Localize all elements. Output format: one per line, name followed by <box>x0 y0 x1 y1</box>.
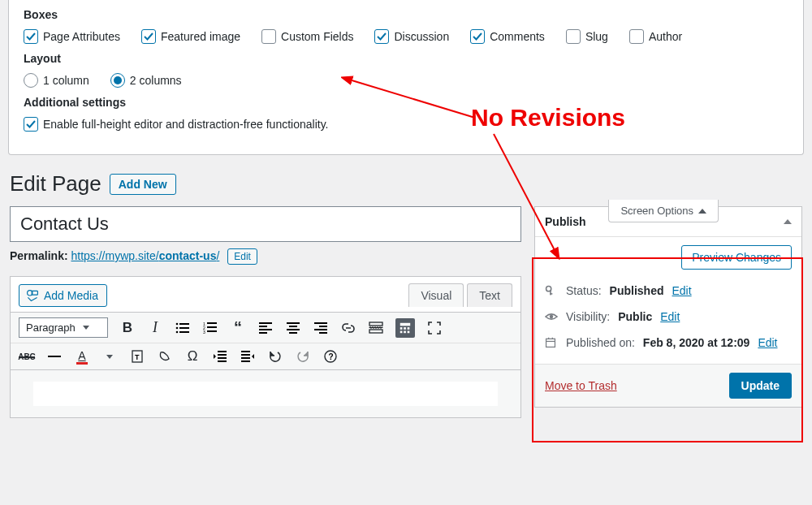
svg-rect-36 <box>48 356 61 357</box>
svg-rect-21 <box>289 332 297 334</box>
svg-text:?: ? <box>329 352 334 361</box>
visibility-value: Public <box>618 310 652 323</box>
screen-options-tab[interactable]: Screen Options <box>608 200 719 222</box>
link-button[interactable] <box>340 320 356 336</box>
svg-rect-45 <box>241 357 250 359</box>
visibility-label: Visibility: <box>566 310 610 323</box>
help-button[interactable]: ? <box>322 348 339 365</box>
svg-rect-28 <box>369 330 382 333</box>
edit-visibility-link[interactable]: Edit <box>660 310 680 323</box>
published-label: Published on: <box>566 336 635 349</box>
update-button[interactable]: Update <box>729 373 792 399</box>
status-label: Status: <box>566 284 602 297</box>
status-value: Published <box>610 284 664 297</box>
svg-rect-11 <box>207 326 217 328</box>
permalink-row: Permalink: https://mywp.site/contact-us/… <box>10 248 521 265</box>
redo-button[interactable] <box>295 348 311 365</box>
indent-button[interactable] <box>240 348 256 365</box>
align-right-button[interactable] <box>313 320 329 336</box>
svg-rect-42 <box>218 360 227 362</box>
publish-box: Publish Preview Changes Status: Publishe… <box>534 206 802 408</box>
checkbox-page-attributes[interactable]: Page Attributes <box>24 29 120 44</box>
key-icon <box>545 285 558 296</box>
checkbox-custom-fields[interactable]: Custom Fields <box>261 29 353 44</box>
radio-1-column[interactable]: 1 column <box>24 73 89 88</box>
svg-rect-7 <box>179 331 189 333</box>
chevron-up-icon <box>698 209 706 214</box>
bullet-list-button[interactable] <box>175 320 191 336</box>
svg-rect-39 <box>218 351 227 352</box>
toolbar-toggle-button[interactable] <box>395 318 415 338</box>
edit-date-link[interactable]: Edit <box>758 336 777 349</box>
svg-rect-19 <box>289 326 297 327</box>
undo-button[interactable] <box>267 348 283 365</box>
svg-rect-51 <box>550 293 552 295</box>
italic-button[interactable]: I <box>147 320 163 336</box>
special-char-button[interactable]: Ω <box>184 348 201 365</box>
checkbox-author[interactable]: Author <box>629 29 682 44</box>
tab-text[interactable]: Text <box>467 283 512 307</box>
svg-point-52 <box>550 315 553 318</box>
svg-rect-3 <box>179 323 189 325</box>
add-media-button[interactable]: Add Media <box>19 284 107 307</box>
text-color-dropdown[interactable] <box>102 348 118 365</box>
checkbox-discussion[interactable]: Discussion <box>374 29 449 44</box>
edit-status-link[interactable]: Edit <box>672 284 692 297</box>
boxes-row: Page AttributesFeatured imageCustom Fiel… <box>24 29 788 44</box>
align-left-button[interactable] <box>257 320 274 336</box>
collapse-toggle-icon[interactable] <box>784 219 792 224</box>
full-height-checkbox[interactable]: Enable full-height editor and distractio… <box>24 117 329 132</box>
svg-rect-53 <box>546 339 555 347</box>
svg-point-2 <box>176 322 179 325</box>
format-select[interactable]: Paragraph <box>19 317 108 338</box>
eye-icon <box>545 310 558 323</box>
clear-formatting-button[interactable] <box>157 348 173 365</box>
permalink-edit-button[interactable]: Edit <box>227 248 257 265</box>
svg-rect-16 <box>259 329 272 330</box>
screen-options-tab-label: Screen Options <box>620 205 693 217</box>
read-more-button[interactable] <box>368 320 384 336</box>
svg-rect-43 <box>241 351 250 352</box>
svg-rect-20 <box>287 329 300 330</box>
numbered-list-button[interactable]: 123 <box>202 320 218 336</box>
full-height-label: Enable full-height editor and distractio… <box>43 118 329 131</box>
svg-rect-29 <box>400 322 410 326</box>
svg-rect-27 <box>369 327 382 328</box>
svg-rect-18 <box>287 322 300 324</box>
svg-rect-13 <box>207 330 217 332</box>
svg-point-6 <box>176 330 179 333</box>
move-to-trash-link[interactable]: Move to Trash <box>545 379 617 392</box>
fullscreen-button[interactable] <box>426 320 443 336</box>
svg-rect-40 <box>218 354 227 356</box>
editor-content[interactable] <box>11 370 520 417</box>
strikethrough-button[interactable]: ABC <box>19 348 35 365</box>
checkbox-featured-image[interactable]: Featured image <box>141 29 240 44</box>
annotation-text: No Revisions <box>471 104 625 132</box>
calendar-icon <box>545 337 558 348</box>
screen-options-panel: Boxes Page AttributesFeatured imageCusto… <box>8 0 804 155</box>
layout-row: 1 column2 columns <box>24 73 788 88</box>
radio-2-columns[interactable]: 2 columns <box>110 73 182 88</box>
published-value: Feb 8, 2020 at 12:09 <box>643 336 750 349</box>
boxes-heading: Boxes <box>24 8 788 21</box>
outdent-button[interactable] <box>212 348 228 365</box>
additional-heading: Additional settings <box>24 96 788 109</box>
svg-rect-34 <box>404 330 406 333</box>
align-center-button[interactable] <box>285 320 301 336</box>
svg-rect-25 <box>319 332 327 334</box>
checkbox-comments[interactable]: Comments <box>470 29 545 44</box>
horizontal-rule-button[interactable] <box>46 348 63 365</box>
blockquote-button[interactable]: “ <box>230 320 246 336</box>
bold-button[interactable]: B <box>119 320 136 336</box>
preview-changes-button[interactable]: Preview Changes <box>681 245 792 270</box>
post-title-input[interactable] <box>10 206 521 242</box>
paste-text-button[interactable]: T <box>129 348 145 365</box>
permalink-link[interactable]: https://mywp.site/contact-us/ <box>71 249 219 262</box>
publish-box-title: Publish <box>545 215 586 228</box>
tab-visual[interactable]: Visual <box>408 283 464 307</box>
svg-rect-35 <box>408 330 410 333</box>
editor-box: Add Media Visual Text Paragraph B <box>10 276 521 418</box>
text-color-button[interactable]: A <box>74 348 90 365</box>
add-new-button[interactable]: Add New <box>110 174 176 195</box>
checkbox-slug[interactable]: Slug <box>566 29 608 44</box>
